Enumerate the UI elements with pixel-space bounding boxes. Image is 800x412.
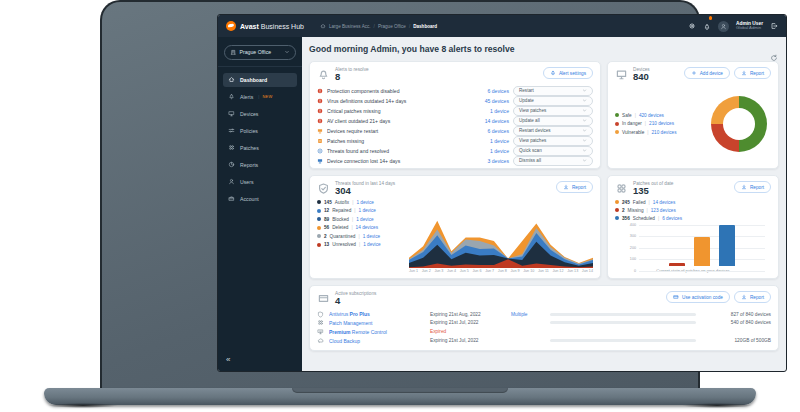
subscription-progress	[550, 321, 696, 324]
threats-x-axis: Jun 1Jun 2Jun 3Jun 4Jun 5Jun 6Jun 7Jun 8…	[409, 269, 593, 273]
device-count-link[interactable]: 1 device	[358, 208, 375, 213]
device-count-link[interactable]: 123 devices	[651, 208, 676, 213]
subscription-link[interactable]: Patch Management	[329, 320, 425, 326]
brand-title: Avast Business Hub	[240, 23, 304, 30]
device-count-link[interactable]: 210 devices	[651, 130, 676, 135]
brand-logo: Avast Business Hub	[226, 21, 304, 31]
threats-area-chart-wrap: Jun 1Jun 2Jun 3Jun 4Jun 5Jun 6Jun 7Jun 8…	[409, 200, 593, 273]
device-count-link[interactable]: 3 devices	[465, 158, 509, 164]
use-activation-code-button[interactable]: Use activation code	[666, 291, 730, 303]
subscription-link[interactable]: Cloud Backup	[329, 338, 425, 344]
device-count-link[interactable]: 420 devices	[639, 113, 664, 118]
devices-count: 840	[633, 72, 650, 82]
subscriptions-card: Active subscriptions 4 Use activation co…	[309, 285, 779, 351]
alert-row: Patches missing 1 device View patches	[317, 136, 593, 146]
refresh-icon[interactable]	[770, 54, 778, 62]
remote-control-icon	[317, 328, 324, 335]
user-menu[interactable]: Admin User Global Admin	[736, 21, 763, 31]
alert-action-select[interactable]: Restart	[513, 86, 593, 96]
page-title: Good morning Admin, you have 8 alerts to…	[309, 44, 779, 54]
legend-dot	[615, 122, 619, 126]
device-count-link[interactable]: 14 devices	[465, 118, 509, 124]
alerts-icon	[228, 93, 235, 100]
legend-dot	[615, 113, 619, 117]
sidebar-item-patches[interactable]: Patches	[223, 141, 297, 155]
device-count-link[interactable]: 1 device	[356, 200, 373, 205]
cloud-backup-icon	[317, 337, 324, 344]
sidebar-item-users[interactable]: Users	[223, 175, 297, 189]
device-count-link[interactable]: 1 device	[465, 138, 509, 144]
device-count-link[interactable]: 6 devices	[465, 88, 509, 94]
subscriptions-count: 4	[335, 296, 376, 306]
home-icon	[320, 23, 326, 29]
sidebar-item-policies[interactable]: Policies	[223, 124, 297, 138]
multiple-link[interactable]: Multiple	[511, 312, 545, 317]
device-count-link[interactable]: 1 device	[356, 217, 373, 222]
logout-icon[interactable]	[770, 22, 778, 30]
alert-severity-icon	[317, 98, 323, 104]
add-device-button[interactable]: Add device	[684, 67, 730, 79]
alert-action-select[interactable]: View patches	[513, 106, 593, 116]
devices-report-button[interactable]: Report	[734, 67, 771, 79]
patches-report-button[interactable]: Report	[734, 181, 771, 193]
chevron-down-icon	[582, 148, 587, 153]
patches-card-icon	[615, 182, 628, 195]
device-count-link[interactable]: 1 device	[465, 148, 509, 154]
settings-gear-icon[interactable]	[688, 22, 696, 30]
alert-row: Device connection lost 14+ days 3 device…	[317, 156, 593, 166]
sidebar-collapse-button[interactable]: «	[218, 354, 302, 366]
user-role: Global Admin	[736, 26, 763, 31]
sidebar-item-alerts[interactable]: Alerts NEW	[223, 90, 297, 104]
alert-action-select[interactable]: Update all	[513, 116, 593, 126]
alert-severity-icon	[317, 88, 323, 94]
sidebar-item-account[interactable]: Account	[223, 192, 297, 206]
screen: Avast Business Hub Large Business Acc. /…	[218, 15, 786, 371]
subscription-row: Patch Management Expiring 21st Jul, 2022…	[317, 318, 771, 327]
chevron-down-icon	[582, 138, 587, 143]
sidebar-item-devices[interactable]: Devices	[223, 107, 297, 121]
avatar[interactable]	[718, 21, 729, 32]
breadcrumb-middle[interactable]: Prague Office	[378, 24, 406, 29]
alert-action-select[interactable]: View patches	[513, 136, 593, 146]
subscription-row: Antivirus Pro Plus Expiring 21st Aug, 20…	[317, 310, 771, 319]
device-count-link[interactable]: 1 device	[363, 242, 380, 247]
new-badge: NEW	[258, 94, 272, 99]
legend-item: 2Quarantined|1 device	[317, 234, 403, 239]
alert-action-select[interactable]: Quick scan	[513, 146, 593, 156]
subscription-link[interactable]: Premium Remote Control	[329, 329, 425, 335]
breadcrumb-root[interactable]: Large Business Acc.	[329, 24, 371, 29]
alert-action-select[interactable]: Dismiss all	[513, 156, 593, 166]
threats-report-button[interactable]: Report	[556, 181, 593, 193]
legend-dot	[615, 200, 619, 204]
subscriptions-card-title: Active subscriptions	[335, 291, 376, 296]
device-count-link[interactable]: 1 device	[465, 108, 509, 114]
alert-settings-button[interactable]: Alert settings	[543, 67, 593, 79]
sidebar: Prague Office Dashboard Alerts NEW	[218, 37, 302, 371]
chevron-down-icon	[582, 128, 587, 133]
subscriptions-report-button[interactable]: Report	[734, 291, 771, 303]
bell-icon	[550, 70, 556, 76]
device-count-link[interactable]: 14 devices	[356, 225, 378, 230]
device-count-link[interactable]: 210 devices	[649, 121, 674, 126]
sidebar-item-dashboard[interactable]: Dashboard	[223, 73, 297, 87]
device-count-link[interactable]: 45 devices	[465, 98, 509, 104]
sidebar-item-reports[interactable]: Reports	[223, 158, 297, 172]
device-count-link[interactable]: 1 device	[363, 234, 380, 239]
org-selector-label: Prague Office	[240, 49, 272, 55]
alert-action-select[interactable]: Restart devices	[513, 126, 593, 136]
alert-action-select[interactable]: Update	[513, 96, 593, 106]
legend-dot	[317, 243, 321, 247]
device-count-link[interactable]: 6 devices	[465, 128, 509, 134]
org-selector[interactable]: Prague Office	[224, 45, 296, 60]
legend-dot	[317, 234, 321, 238]
device-count-link[interactable]: 14 devices	[653, 200, 675, 205]
legend-dot	[317, 200, 321, 204]
devices-card-icon	[615, 68, 628, 81]
download-icon	[563, 184, 569, 190]
subscription-link[interactable]: Antivirus Pro Plus	[329, 311, 425, 317]
plus-icon	[691, 70, 697, 76]
device-count-link[interactable]: 6 devices	[662, 216, 682, 221]
notifications-button[interactable]	[703, 17, 711, 35]
breadcrumb: Large Business Acc. / Prague Office / Da…	[320, 23, 437, 29]
alert-row: Virus definitions outdated 14+ days 45 d…	[317, 96, 593, 106]
